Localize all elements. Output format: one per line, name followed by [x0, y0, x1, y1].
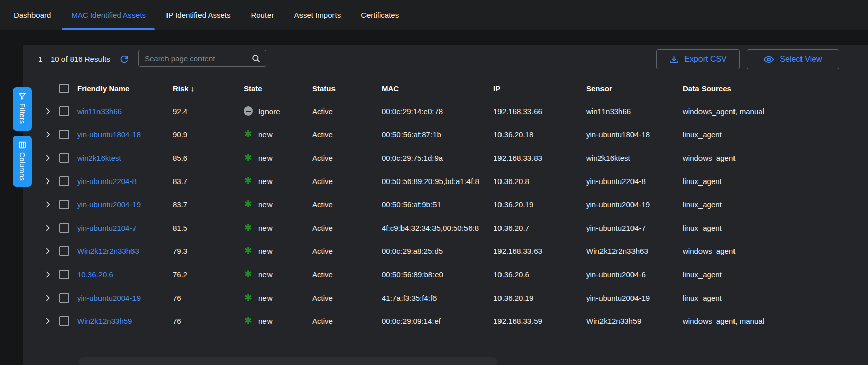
ip-value: 10.36.20.19: [489, 294, 582, 302]
data-sources-value: windows_agent: [679, 154, 868, 162]
state-label: new: [258, 200, 273, 209]
tab-label: Asset Imports: [294, 11, 341, 19]
friendly-name-link[interactable]: yin-ubuntu2104-7: [73, 224, 169, 232]
ip-value: 192.168.33.83: [489, 154, 582, 162]
select-all-checkbox[interactable]: [55, 84, 73, 93]
export-csv-button[interactable]: Export CSV: [656, 49, 740, 69]
state-cell: ✱ new: [240, 270, 308, 279]
expand-row-chevron-icon[interactable]: [41, 177, 55, 185]
table-row: Win2k12n33h59 76 ✱ new Active 00:0c:29:0…: [41, 309, 868, 333]
table-header-row: Friendly Name Risk↓ State Status MAC IP …: [41, 78, 868, 99]
row-checkbox[interactable]: [55, 106, 73, 116]
friendly-name-link[interactable]: win11n33h66: [73, 107, 169, 116]
refresh-icon[interactable]: [119, 54, 130, 65]
risk-value: 76.2: [169, 270, 240, 279]
state-cell: ✱ new: [240, 316, 308, 325]
status-value: Active: [308, 294, 378, 302]
expand-row-chevron-icon[interactable]: [41, 271, 55, 278]
sort-desc-arrow-icon[interactable]: ↓: [191, 84, 195, 93]
row-checkbox[interactable]: [55, 200, 73, 209]
columns-grid-icon: [18, 141, 26, 149]
state-cell: ✱ new: [240, 223, 308, 232]
columns-button[interactable]: Columns: [13, 136, 32, 187]
expand-row-chevron-icon[interactable]: [41, 224, 55, 232]
friendly-name-link[interactable]: 10.36.20.6: [73, 270, 169, 279]
search-input[interactable]: [145, 54, 251, 63]
tab-ip-identified-assets[interactable]: IP Identified Assets: [157, 0, 240, 30]
sensor-value: Win2k12r2n33h63: [582, 247, 679, 256]
risk-value: 79.3: [169, 247, 240, 256]
assets-table: Friendly Name Risk↓ State Status MAC IP …: [41, 78, 868, 333]
friendly-name-link[interactable]: yin-ubuntu1804-18: [73, 130, 169, 139]
results-count: 1 – 10 of 816 Results: [38, 51, 110, 68]
tab-label: MAC Identified Assets: [71, 11, 146, 19]
friendly-name-link[interactable]: yin-ubuntu2004-19: [73, 294, 169, 302]
expand-row-chevron-icon[interactable]: [41, 154, 55, 162]
state-label: new: [258, 294, 273, 302]
friendly-name-link[interactable]: Win2k12r2n33h63: [73, 247, 169, 256]
sensor-value: yin-ubuntu2104-7: [582, 224, 679, 232]
column-header-friendly-name[interactable]: Friendly Name: [73, 84, 169, 93]
search-box: [138, 50, 266, 67]
row-checkbox[interactable]: [55, 130, 73, 139]
row-checkbox[interactable]: [55, 293, 73, 303]
ip-value: 10.36.20.7: [489, 224, 582, 232]
column-header-sensor[interactable]: Sensor: [582, 84, 679, 93]
select-view-button[interactable]: Select View: [747, 49, 839, 69]
table-row: 10.36.20.6 76.2 ✱ new Active 00:50:56:89…: [41, 263, 868, 286]
column-header-mac[interactable]: MAC: [378, 84, 489, 93]
row-checkbox[interactable]: [55, 153, 73, 163]
sensor-value: yin-ubuntu2004-6: [582, 270, 679, 279]
state-cell: ✱ new: [240, 153, 308, 162]
row-checkbox[interactable]: [55, 270, 73, 279]
friendly-name-link[interactable]: win2k16ktest: [73, 154, 169, 162]
expand-row-chevron-icon[interactable]: [41, 294, 55, 302]
status-value: Active: [308, 130, 378, 139]
filters-button[interactable]: Filters: [13, 87, 32, 131]
status-value: Active: [308, 270, 378, 279]
expand-row-chevron-icon[interactable]: [41, 107, 55, 115]
new-state-icon: ✱: [244, 223, 253, 232]
row-checkbox[interactable]: [55, 316, 73, 326]
friendly-name-link[interactable]: yin-ubuntu2004-19: [73, 200, 169, 209]
ip-value: 192.168.33.63: [489, 247, 582, 256]
risk-value: 90.9: [169, 130, 240, 139]
data-sources-value: linux_agent: [679, 294, 868, 302]
tab-mac-identified-assets[interactable]: MAC Identified Assets: [62, 0, 155, 30]
friendly-name-link[interactable]: yin-ubuntu2204-8: [73, 177, 169, 186]
status-value: Active: [308, 200, 378, 209]
column-header-ip[interactable]: IP: [489, 84, 582, 93]
state-cell: ✱ new: [240, 130, 308, 139]
search-icon[interactable]: [251, 54, 261, 63]
tab-asset-imports[interactable]: Asset Imports: [285, 0, 350, 30]
column-header-status[interactable]: Status: [308, 84, 378, 93]
column-header-risk[interactable]: Risk↓: [169, 84, 240, 93]
row-checkbox[interactable]: [55, 176, 73, 186]
bottom-partial-panel: [79, 357, 497, 365]
ignore-state-icon: [244, 106, 253, 116]
expand-row-chevron-icon[interactable]: [41, 247, 55, 255]
mac-value: 00:0c:29:a8:25:d5: [378, 247, 489, 256]
status-value: Active: [308, 177, 378, 186]
state-label: new: [258, 154, 273, 162]
friendly-name-link[interactable]: Win2k12n33h59: [73, 317, 169, 325]
risk-value: 83.7: [169, 177, 240, 186]
table-row: yin-ubuntu1804-18 90.9 ✱ new Active 00:5…: [41, 123, 868, 146]
ip-value: 192.168.33.59: [489, 317, 582, 325]
mac-value: 41:7a:f3:35:f4:f6: [378, 294, 489, 302]
column-header-data-sources[interactable]: Data Sources: [679, 84, 868, 93]
expand-row-chevron-icon[interactable]: [41, 317, 55, 325]
data-sources-value: windows_agent: [679, 247, 868, 256]
expand-row-chevron-icon[interactable]: [41, 201, 55, 208]
new-state-icon: ✱: [244, 316, 253, 325]
row-checkbox[interactable]: [55, 246, 73, 256]
tab-dashboard[interactable]: Dashboard: [5, 0, 60, 30]
new-state-icon: ✱: [244, 130, 253, 139]
content-panel: 1 – 10 of 816 Results Export CSV Select …: [23, 45, 868, 365]
tab-router[interactable]: Router: [242, 0, 283, 30]
tab-certificates[interactable]: Certificates: [352, 0, 408, 30]
expand-row-chevron-icon[interactable]: [41, 131, 55, 138]
column-header-state[interactable]: State: [240, 84, 308, 93]
data-sources-value: linux_agent: [679, 177, 868, 186]
row-checkbox[interactable]: [55, 223, 73, 233]
